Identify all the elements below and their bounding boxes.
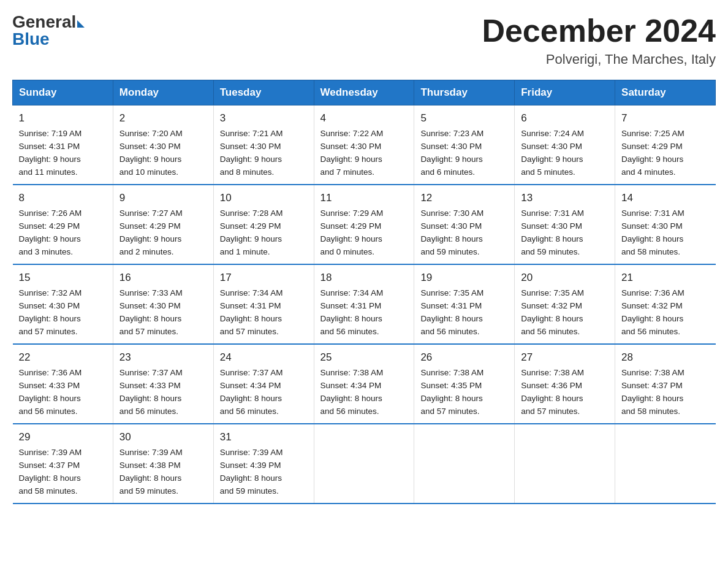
day-info: Sunrise: 7:20 AM Sunset: 4:30 PM Dayligh…	[119, 128, 207, 179]
day-info: Sunrise: 7:38 AM Sunset: 4:36 PM Dayligh…	[521, 367, 609, 418]
calendar-cell: 28Sunrise: 7:38 AM Sunset: 4:37 PM Dayli…	[615, 344, 716, 424]
day-number: 6	[521, 110, 609, 126]
calendar-cell: 13Sunrise: 7:31 AM Sunset: 4:30 PM Dayli…	[515, 185, 615, 264]
header-wednesday: Wednesday	[314, 80, 414, 105]
day-info: Sunrise: 7:34 AM Sunset: 4:31 PM Dayligh…	[320, 287, 408, 339]
day-info: Sunrise: 7:34 AM Sunset: 4:31 PM Dayligh…	[220, 287, 308, 339]
day-number: 23	[119, 350, 207, 366]
day-number: 7	[621, 110, 709, 126]
calendar-cell: 21Sunrise: 7:36 AM Sunset: 4:32 PM Dayli…	[615, 264, 716, 344]
calendar-cell	[414, 424, 515, 504]
calendar-cell: 2Sunrise: 7:20 AM Sunset: 4:30 PM Daylig…	[113, 105, 213, 185]
calendar-cell: 16Sunrise: 7:33 AM Sunset: 4:30 PM Dayli…	[113, 264, 213, 344]
calendar-cell: 1Sunrise: 7:19 AM Sunset: 4:31 PM Daylig…	[13, 105, 113, 185]
day-info: Sunrise: 7:26 AM Sunset: 4:29 PM Dayligh…	[19, 207, 107, 259]
calendar-cell: 10Sunrise: 7:28 AM Sunset: 4:29 PM Dayli…	[213, 185, 314, 264]
day-info: Sunrise: 7:21 AM Sunset: 4:30 PM Dayligh…	[220, 128, 308, 179]
day-info: Sunrise: 7:37 AM Sunset: 4:34 PM Dayligh…	[220, 367, 308, 418]
day-info: Sunrise: 7:33 AM Sunset: 4:30 PM Dayligh…	[119, 287, 207, 339]
day-number: 27	[521, 350, 609, 366]
day-number: 10	[220, 190, 308, 206]
calendar-cell: 9Sunrise: 7:27 AM Sunset: 4:29 PM Daylig…	[113, 185, 213, 264]
day-number: 11	[320, 190, 408, 206]
day-number: 9	[119, 190, 207, 206]
day-number: 1	[19, 110, 107, 126]
logo-blue-text: Blue	[12, 29, 50, 49]
calendar-cell: 8Sunrise: 7:26 AM Sunset: 4:29 PM Daylig…	[13, 185, 113, 264]
day-info: Sunrise: 7:25 AM Sunset: 4:29 PM Dayligh…	[621, 128, 709, 179]
location-text: Polverigi, The Marches, Italy	[482, 52, 716, 67]
day-info: Sunrise: 7:22 AM Sunset: 4:30 PM Dayligh…	[320, 128, 408, 179]
calendar-cell: 15Sunrise: 7:32 AM Sunset: 4:30 PM Dayli…	[13, 264, 113, 344]
calendar-cell: 17Sunrise: 7:34 AM Sunset: 4:31 PM Dayli…	[213, 264, 314, 344]
day-info: Sunrise: 7:23 AM Sunset: 4:30 PM Dayligh…	[420, 128, 508, 179]
day-number: 13	[521, 190, 609, 206]
day-info: Sunrise: 7:31 AM Sunset: 4:30 PM Dayligh…	[521, 207, 609, 259]
day-info: Sunrise: 7:24 AM Sunset: 4:30 PM Dayligh…	[521, 128, 609, 179]
calendar-cell: 18Sunrise: 7:34 AM Sunset: 4:31 PM Dayli…	[314, 264, 414, 344]
day-number: 28	[621, 350, 709, 366]
calendar-cell: 5Sunrise: 7:23 AM Sunset: 4:30 PM Daylig…	[414, 105, 515, 185]
calendar-cell: 30Sunrise: 7:39 AM Sunset: 4:38 PM Dayli…	[113, 424, 213, 504]
calendar-cell: 3Sunrise: 7:21 AM Sunset: 4:30 PM Daylig…	[213, 105, 314, 185]
calendar-cell: 23Sunrise: 7:37 AM Sunset: 4:33 PM Dayli…	[113, 344, 213, 424]
calendar-cell: 24Sunrise: 7:37 AM Sunset: 4:34 PM Dayli…	[213, 344, 314, 424]
calendar-cell: 11Sunrise: 7:29 AM Sunset: 4:29 PM Dayli…	[314, 185, 414, 264]
week-row-5: 29Sunrise: 7:39 AM Sunset: 4:37 PM Dayli…	[13, 424, 716, 504]
calendar-cell: 25Sunrise: 7:38 AM Sunset: 4:34 PM Dayli…	[314, 344, 414, 424]
day-info: Sunrise: 7:19 AM Sunset: 4:31 PM Dayligh…	[19, 128, 107, 179]
calendar-cell: 7Sunrise: 7:25 AM Sunset: 4:29 PM Daylig…	[615, 105, 716, 185]
logo-arrow-icon	[77, 20, 85, 28]
day-info: Sunrise: 7:32 AM Sunset: 4:30 PM Dayligh…	[19, 287, 107, 339]
calendar-cell: 4Sunrise: 7:22 AM Sunset: 4:30 PM Daylig…	[314, 105, 414, 185]
calendar-cell: 20Sunrise: 7:35 AM Sunset: 4:32 PM Dayli…	[515, 264, 615, 344]
day-number: 20	[521, 270, 609, 286]
day-number: 31	[220, 429, 308, 445]
calendar-cell: 27Sunrise: 7:38 AM Sunset: 4:36 PM Dayli…	[515, 344, 615, 424]
day-number: 30	[119, 429, 207, 445]
header-saturday: Saturday	[615, 80, 716, 105]
header-row: SundayMondayTuesdayWednesdayThursdayFrid…	[13, 80, 716, 105]
day-number: 16	[119, 270, 207, 286]
calendar-cell	[615, 424, 716, 504]
calendar-cell: 22Sunrise: 7:36 AM Sunset: 4:33 PM Dayli…	[13, 344, 113, 424]
day-number: 19	[420, 270, 508, 286]
day-info: Sunrise: 7:36 AM Sunset: 4:32 PM Dayligh…	[621, 287, 709, 339]
calendar-table: SundayMondayTuesdayWednesdayThursdayFrid…	[12, 80, 716, 504]
title-section: December 2024 Polverigi, The Marches, It…	[482, 12, 716, 67]
day-number: 3	[220, 110, 308, 126]
calendar-cell: 31Sunrise: 7:39 AM Sunset: 4:39 PM Dayli…	[213, 424, 314, 504]
calendar-cell	[314, 424, 414, 504]
day-number: 15	[19, 270, 107, 286]
day-info: Sunrise: 7:38 AM Sunset: 4:37 PM Dayligh…	[621, 367, 709, 418]
day-number: 29	[19, 429, 107, 445]
day-number: 5	[420, 110, 508, 126]
week-row-3: 15Sunrise: 7:32 AM Sunset: 4:30 PM Dayli…	[13, 264, 716, 344]
calendar-cell: 26Sunrise: 7:38 AM Sunset: 4:35 PM Dayli…	[414, 344, 515, 424]
day-info: Sunrise: 7:38 AM Sunset: 4:34 PM Dayligh…	[320, 367, 408, 418]
day-info: Sunrise: 7:30 AM Sunset: 4:30 PM Dayligh…	[420, 207, 508, 259]
day-info: Sunrise: 7:39 AM Sunset: 4:38 PM Dayligh…	[119, 446, 207, 498]
day-info: Sunrise: 7:31 AM Sunset: 4:30 PM Dayligh…	[621, 207, 709, 259]
day-number: 21	[621, 270, 709, 286]
month-title: December 2024	[482, 12, 716, 49]
day-number: 24	[220, 350, 308, 366]
day-info: Sunrise: 7:35 AM Sunset: 4:32 PM Dayligh…	[521, 287, 609, 339]
day-number: 12	[420, 190, 508, 206]
day-info: Sunrise: 7:39 AM Sunset: 4:39 PM Dayligh…	[220, 446, 308, 498]
header-tuesday: Tuesday	[213, 80, 314, 105]
calendar-cell: 6Sunrise: 7:24 AM Sunset: 4:30 PM Daylig…	[515, 105, 615, 185]
header-thursday: Thursday	[414, 80, 515, 105]
day-number: 4	[320, 110, 408, 126]
week-row-2: 8Sunrise: 7:26 AM Sunset: 4:29 PM Daylig…	[13, 185, 716, 264]
logo: General Blue	[12, 12, 85, 49]
header-friday: Friday	[515, 80, 615, 105]
day-number: 22	[19, 350, 107, 366]
page-header: General Blue December 2024 Polverigi, Th…	[12, 12, 716, 67]
day-number: 18	[320, 270, 408, 286]
week-row-1: 1Sunrise: 7:19 AM Sunset: 4:31 PM Daylig…	[13, 105, 716, 185]
day-info: Sunrise: 7:39 AM Sunset: 4:37 PM Dayligh…	[19, 446, 107, 498]
day-info: Sunrise: 7:37 AM Sunset: 4:33 PM Dayligh…	[119, 367, 207, 418]
day-info: Sunrise: 7:29 AM Sunset: 4:29 PM Dayligh…	[320, 207, 408, 259]
calendar-cell: 29Sunrise: 7:39 AM Sunset: 4:37 PM Dayli…	[13, 424, 113, 504]
